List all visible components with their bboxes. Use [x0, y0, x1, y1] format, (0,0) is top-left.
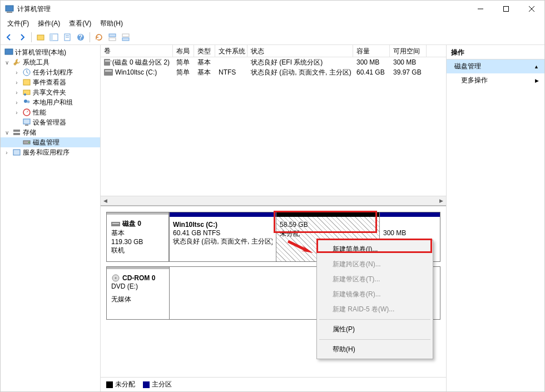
toolbar-forward-button[interactable]: [16, 31, 28, 43]
scroll-right-icon[interactable]: ▶: [437, 196, 446, 206]
expand-icon[interactable]: ›: [13, 80, 21, 86]
wrench-icon: [12, 58, 21, 67]
tree-root[interactable]: 计算机管理(本地): [1, 47, 100, 57]
menu-separator: [319, 339, 430, 340]
col-free[interactable]: 可用空间: [390, 45, 427, 57]
expand-icon[interactable]: ›: [13, 90, 21, 96]
svg-rect-14: [109, 34, 116, 37]
window-title: 计算机管理: [17, 4, 468, 14]
toolbar-view-bottom-button[interactable]: [120, 31, 132, 43]
volume-row[interactable]: (磁盘 0 磁盘分区 2) 简单 基本 状态良好 (EFI 系统分区) 300 …: [101, 57, 446, 67]
volume-capacity: 300 MB: [353, 58, 390, 67]
expand-icon[interactable]: ›: [3, 150, 11, 156]
navigation-tree[interactable]: 计算机管理(本地) ∨ 系统工具 › 任务计划程序 › 事件查看器 › 共享文件…: [1, 45, 101, 391]
volume-layout: 简单: [173, 67, 194, 78]
window-maximize-button[interactable]: [493, 1, 519, 17]
computer-icon: [4, 48, 13, 57]
menu-new-simple-volume[interactable]: 新建简单卷(I)...: [318, 242, 432, 257]
toolbar-up-button[interactable]: [34, 31, 47, 43]
svg-rect-8: [50, 34, 53, 41]
tree-system-tools-label: 系统工具: [23, 58, 49, 67]
toolbar-properties-button[interactable]: [61, 31, 73, 43]
svg-point-36: [115, 277, 117, 279]
tree-local-users-groups[interactable]: › 本地用户和组: [1, 97, 100, 107]
menubar: 文件(F) 操作(A) 查看(V) 帮助(H): [1, 17, 544, 29]
collapse-icon: ▲: [534, 64, 539, 70]
expand-icon[interactable]: ›: [13, 110, 21, 116]
svg-rect-20: [23, 80, 30, 85]
partition-c[interactable]: Win10ltsc (C:) 60.41 GB NTFS 状态良好 (启动, 页…: [169, 212, 276, 261]
cdrom-icon: [111, 274, 120, 282]
expand-icon[interactable]: ›: [13, 70, 21, 76]
tree-system-tools[interactable]: ∨ 系统工具: [1, 57, 100, 67]
col-type[interactable]: 类型: [194, 45, 215, 57]
tree-disk-management[interactable]: 磁盘管理: [1, 137, 100, 147]
actions-diskmgmt[interactable]: 磁盘管理 ▲: [447, 59, 544, 73]
svg-text:?: ?: [78, 33, 82, 41]
actions-pane: 操作 磁盘管理 ▲ 更多操作 ▶: [447, 45, 544, 391]
col-volume[interactable]: 卷: [101, 45, 173, 57]
menu-help[interactable]: 帮助(H): [318, 342, 432, 357]
toolbar-back-button[interactable]: [3, 31, 15, 43]
svg-rect-29: [13, 133, 20, 135]
actions-more[interactable]: 更多操作 ▶: [447, 73, 544, 87]
menu-properties[interactable]: 属性(P): [318, 322, 432, 337]
svg-point-31: [28, 142, 29, 143]
tree-task-scheduler[interactable]: › 任务计划程序: [1, 67, 100, 77]
col-layout[interactable]: 布局: [173, 45, 194, 57]
volume-type: 基本: [194, 67, 215, 78]
volume-fs: [215, 62, 247, 63]
menu-file[interactable]: 文件(F): [3, 17, 33, 30]
svg-rect-17: [122, 38, 129, 41]
window-close-button[interactable]: [519, 1, 544, 17]
toolbar-view-top-button[interactable]: [106, 31, 118, 43]
partition-size: 60.41 GB NTFS: [173, 229, 272, 237]
menu-view[interactable]: 查看(V): [65, 17, 96, 30]
scroll-left-icon[interactable]: ◀: [101, 196, 110, 206]
device-icon: [22, 118, 31, 127]
tree-storage[interactable]: ∨ 存储: [1, 127, 100, 137]
svg-rect-34: [112, 223, 119, 224]
svg-rect-27: [25, 125, 28, 126]
volume-list[interactable]: 卷 布局 类型 文件系统 状态 容量 可用空间 (磁盘 0 磁盘分区 2) 简单…: [101, 45, 446, 206]
tree-services-apps[interactable]: › 服务和应用程序: [1, 147, 100, 157]
window-titlebar: 计算机管理: [1, 1, 544, 17]
legend-primary: 主分区: [152, 380, 172, 388]
clock-icon: [22, 68, 31, 77]
col-filesystem[interactable]: 文件系统: [215, 45, 247, 57]
collapse-icon[interactable]: ∨: [3, 59, 11, 66]
horizontal-scrollbar[interactable]: ◀ ▶: [101, 196, 446, 205]
services-icon: [12, 148, 21, 157]
svg-rect-16: [122, 34, 129, 37]
collapse-icon[interactable]: ∨: [3, 130, 11, 136]
menu-action[interactable]: 操作(A): [33, 17, 65, 30]
tree-device-manager[interactable]: 设备管理器: [1, 117, 100, 127]
menu-help[interactable]: 帮助(H): [96, 17, 127, 30]
volume-status: 状态良好 (EFI 系统分区): [247, 57, 353, 68]
volume-layout: 简单: [173, 57, 194, 68]
volume-row[interactable]: Win10ltsc (C:) 简单 基本 NTFS 状态良好 (启动, 页面文件…: [101, 67, 446, 77]
window-minimize-button[interactable]: [468, 1, 493, 17]
expand-icon[interactable]: ›: [13, 100, 21, 106]
tree-performance[interactable]: › 性能: [1, 107, 100, 117]
toolbar-help-button[interactable]: ?: [75, 31, 87, 43]
toolbar: ?: [1, 29, 544, 45]
disk-header[interactable]: 磁盘 0 基本 119.30 GB 联机: [107, 212, 169, 261]
volume-name: Win10ltsc (C:): [115, 68, 157, 76]
users-icon: [22, 98, 31, 107]
toolbar-separator: [31, 32, 32, 42]
volume-fs: NTFS: [215, 68, 247, 77]
col-capacity[interactable]: 容量: [353, 45, 390, 57]
tree-storage-label: 存储: [23, 128, 36, 137]
disk-header[interactable]: CD-ROM 0 DVD (E:) 无媒体: [107, 267, 169, 319]
col-status[interactable]: 状态: [247, 45, 353, 57]
volume-list-header[interactable]: 卷 布局 类型 文件系统 状态 容量 可用空间: [101, 45, 446, 57]
toolbar-refresh-button[interactable]: [93, 31, 105, 43]
toolbar-show-hide-console-tree-button[interactable]: [48, 31, 60, 43]
tree-services-apps-label: 服务和应用程序: [23, 148, 70, 157]
svg-rect-1: [7, 12, 12, 13]
tree-shared-folders-label: 共享文件夹: [33, 88, 66, 97]
tree-shared-folders[interactable]: › 共享文件夹: [1, 87, 100, 97]
tree-event-viewer[interactable]: › 事件查看器: [1, 77, 100, 87]
disk-graphic-view: 磁盘 0 基本 119.30 GB 联机 Win10ltsc (C:) 60.4…: [101, 206, 446, 377]
